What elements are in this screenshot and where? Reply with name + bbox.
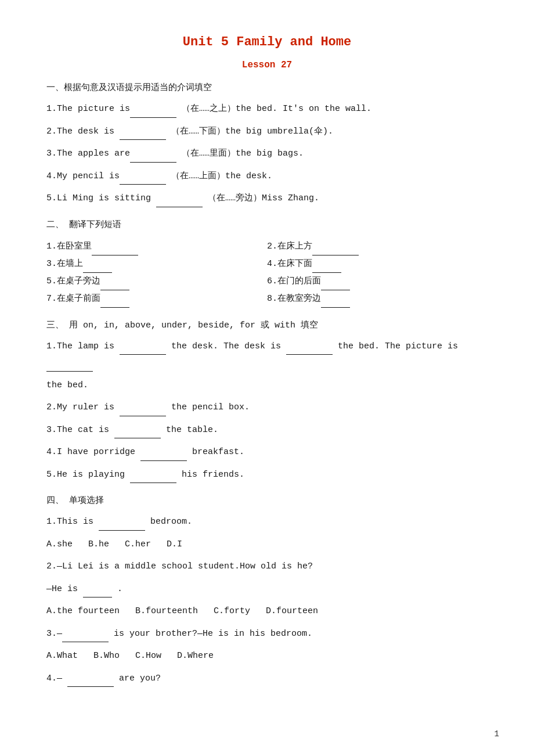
question-4-3: 3.— is your brother?—He is in his bedroo… bbox=[46, 626, 488, 643]
options-4-2: A.the fourteen B.fourteenth C.forty D.fo… bbox=[46, 603, 488, 620]
question-3-1: 1.The lamp is the desk. The desk is the … bbox=[46, 339, 488, 372]
question-3-1-cont: the bed. bbox=[46, 377, 488, 394]
translation-grid: 1.在卧室里 2.在床上方 3.在墙上 4.在床下面 5.在桌子旁边 6.在门的… bbox=[46, 238, 488, 308]
section-3: 三、 用 on, in, above, under, beside, for 或… bbox=[46, 319, 488, 484]
blank-4-4[interactable] bbox=[67, 678, 114, 687]
trans-8: 8.在教室旁边 bbox=[267, 290, 488, 308]
blank-3-1a[interactable] bbox=[120, 345, 166, 355]
blank-2-8[interactable] bbox=[321, 298, 350, 308]
trans-7: 7.在桌子前面 bbox=[46, 290, 267, 308]
blank-2-7[interactable] bbox=[100, 298, 129, 308]
question-4-2: 2.—Li Lei is a middle school student.How… bbox=[46, 559, 488, 575]
trans-5: 5.在桌子旁边 bbox=[46, 273, 267, 290]
blank-3-2[interactable] bbox=[120, 407, 166, 416]
trans-3: 3.在墙上 bbox=[46, 255, 267, 273]
blank-3-3[interactable] bbox=[114, 429, 161, 438]
blank-1-5[interactable] bbox=[156, 198, 203, 207]
trans-6: 6.在门的后面 bbox=[267, 273, 488, 290]
options-4-3: A.What B.Who C.How D.Where bbox=[46, 648, 488, 665]
blank-1-2[interactable] bbox=[120, 131, 166, 140]
question-1-1: 1.The picture is （在……之上）the bed. It's on… bbox=[46, 101, 488, 118]
blank-2-5[interactable] bbox=[100, 281, 129, 290]
page-number: 1 bbox=[495, 729, 499, 739]
trans-2: 2.在床上方 bbox=[267, 238, 488, 255]
blank-2-4[interactable] bbox=[312, 264, 341, 273]
options-4-1: A.she B.he C.her D.I bbox=[46, 537, 488, 553]
question-3-2: 2.My ruler is the pencil box. bbox=[46, 399, 488, 416]
blank-4-1[interactable] bbox=[99, 521, 145, 531]
page-title: Unit 5 Family and Home bbox=[46, 35, 488, 49]
blank-2-3[interactable] bbox=[83, 264, 112, 273]
trans-1: 1.在卧室里 bbox=[46, 238, 267, 255]
blank-1-3[interactable] bbox=[130, 153, 176, 163]
question-1-5: 5.Li Ming is sitting （在……旁边）Miss Zhang. bbox=[46, 190, 488, 207]
question-4-2b: —He is . bbox=[46, 581, 488, 598]
blank-2-2[interactable] bbox=[312, 246, 359, 255]
blank-3-5[interactable] bbox=[130, 474, 176, 483]
trans-4: 4.在床下面 bbox=[267, 255, 488, 273]
blank-2-6[interactable] bbox=[321, 281, 350, 290]
lesson-title: Lesson 27 bbox=[46, 60, 488, 70]
section-1-header: 一、根据句意及汉语提示用适当的介词填空 bbox=[46, 82, 488, 93]
blank-4-3[interactable] bbox=[62, 633, 109, 642]
blank-3-1c[interactable] bbox=[46, 362, 93, 372]
section-4: 四、 单项选择 1.This is bedroom. A.she B.he C.… bbox=[46, 495, 488, 687]
question-1-3: 3.The apples are （在……里面）the big bags. bbox=[46, 146, 488, 163]
section-2-header: 二、 翻译下列短语 bbox=[46, 219, 488, 230]
question-4-1: 1.This is bedroom. bbox=[46, 514, 488, 531]
section-3-header: 三、 用 on, in, above, under, beside, for 或… bbox=[46, 319, 488, 330]
blank-3-1b[interactable] bbox=[286, 345, 333, 355]
section-2: 二、 翻译下列短语 1.在卧室里 2.在床上方 3.在墙上 4.在床下面 5.在… bbox=[46, 219, 488, 308]
section-4-header: 四、 单项选择 bbox=[46, 495, 488, 506]
question-4-4: 4.— are you? bbox=[46, 671, 488, 687]
blank-2-1[interactable] bbox=[92, 246, 138, 255]
question-3-4: 4.I have porridge breakfast. bbox=[46, 444, 488, 461]
question-3-3: 3.The cat is the table. bbox=[46, 422, 488, 439]
question-1-4: 4.My pencil is （在……上面）the desk. bbox=[46, 168, 488, 185]
blank-4-2[interactable] bbox=[83, 588, 112, 597]
blank-1-1[interactable] bbox=[130, 109, 176, 118]
blank-3-4[interactable] bbox=[140, 452, 187, 461]
blank-1-4[interactable] bbox=[120, 175, 166, 185]
section-1: 一、根据句意及汉语提示用适当的介词填空 1.The picture is （在…… bbox=[46, 82, 488, 207]
question-3-5: 5.He is playing his friends. bbox=[46, 467, 488, 484]
question-1-2: 2.The desk is （在……下面）the big umbrella(伞)… bbox=[46, 124, 488, 141]
